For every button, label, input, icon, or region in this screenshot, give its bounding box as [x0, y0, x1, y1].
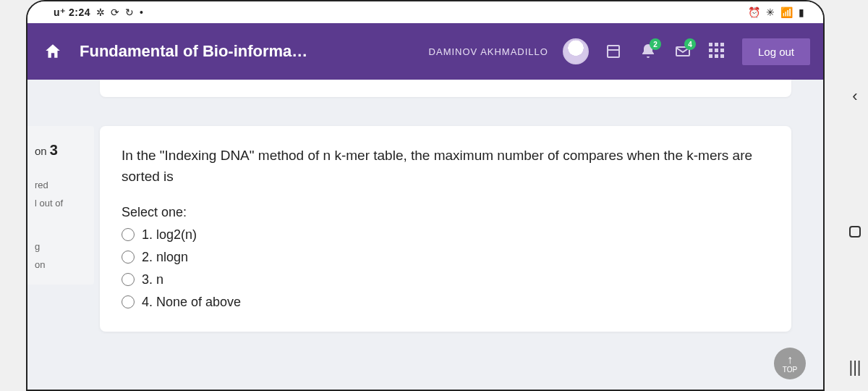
- previous-card-stub: [100, 80, 791, 97]
- answer-label: 4. None of above: [142, 295, 241, 310]
- answer-option[interactable]: 1. log2(n): [122, 227, 770, 243]
- home-icon: [43, 42, 62, 61]
- question-card: In the "Indexing DNA" method of n k-mer …: [100, 126, 791, 332]
- apps-button[interactable]: [707, 41, 728, 62]
- question-number: 3: [50, 142, 58, 158]
- grid-icon: [709, 43, 726, 60]
- status-icon: •: [140, 7, 143, 17]
- question-status: red: [35, 177, 87, 195]
- drawer-icon: [605, 43, 622, 60]
- select-one-label: Select one:: [122, 205, 770, 220]
- content-area: on 3 red l out of g on In the "Indexing …: [27, 80, 823, 390]
- home-button[interactable]: [41, 39, 65, 64]
- battery-icon: ▮: [799, 7, 804, 17]
- flag-question-link-2[interactable]: on: [35, 256, 87, 274]
- status-bar: u⁺ 2:24 ✲ ⟳ ↻ • ⏰ ✳ 📶 ▮: [27, 1, 823, 23]
- messages-badge: 4: [684, 38, 696, 50]
- answer-label: 1. log2(n): [142, 227, 197, 243]
- status-time: u⁺ 2:24: [54, 7, 90, 18]
- status-icon: ↻: [125, 7, 134, 17]
- question-prefix: on: [35, 145, 47, 157]
- notifications-button[interactable]: 2: [638, 41, 658, 62]
- answer-radio-2[interactable]: [122, 251, 135, 264]
- answer-label: 3. n: [142, 272, 163, 287]
- question-text: In the "Indexing DNA" method of n k-mer …: [122, 145, 770, 188]
- notifications-badge: 2: [650, 38, 661, 50]
- system-recent-button[interactable]: |||: [848, 358, 861, 377]
- system-back-button[interactable]: ‹: [852, 87, 857, 106]
- drawer-button[interactable]: [603, 41, 624, 62]
- user-name-label[interactable]: DAMINOV AKHMADILLO: [429, 46, 548, 57]
- answer-option[interactable]: 2. nlogn: [122, 250, 770, 265]
- answer-radio-3[interactable]: [122, 273, 135, 286]
- answer-radio-4[interactable]: [122, 295, 135, 308]
- avatar[interactable]: [563, 38, 589, 64]
- status-icon: ✲: [96, 7, 105, 17]
- answer-label: 2. nlogn: [142, 250, 188, 265]
- system-home-button[interactable]: [849, 226, 861, 237]
- app-header: Fundamental of Bio-informa… DAMINOV AKHM…: [27, 23, 823, 80]
- system-nav: ‹ |||: [845, 87, 865, 377]
- flag-question-link[interactable]: g: [35, 238, 87, 256]
- logout-button[interactable]: Log out: [742, 38, 810, 65]
- wifi-icon: 📶: [780, 7, 793, 17]
- arrow-up-icon: ↑: [787, 354, 793, 366]
- answer-option[interactable]: 4. None of above: [122, 295, 770, 310]
- alarm-icon: ⏰: [748, 7, 760, 17]
- svg-rect-0: [608, 46, 619, 57]
- answer-radio-1[interactable]: [122, 228, 135, 241]
- question-nav-panel: on 3 red l out of g on: [27, 126, 94, 285]
- question-marks: l out of: [35, 195, 87, 213]
- course-title[interactable]: Fundamental of Bio-informa…: [80, 42, 307, 61]
- answer-option[interactable]: 3. n: [122, 272, 770, 287]
- scroll-top-button[interactable]: ↑ TOP: [774, 348, 806, 379]
- bluetooth-icon: ✳: [766, 7, 775, 17]
- messages-button[interactable]: 4: [673, 41, 693, 62]
- status-icon: ⟳: [111, 7, 119, 17]
- scroll-top-label: TOP: [783, 366, 797, 374]
